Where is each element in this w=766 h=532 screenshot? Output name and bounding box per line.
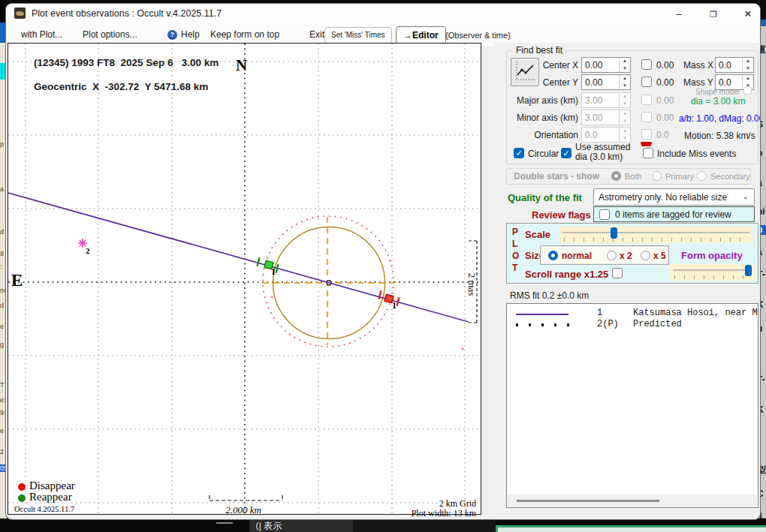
help-icon[interactable]: ? — [167, 30, 177, 40]
size-x2-label: x 2 — [620, 251, 632, 261]
chart-icon — [514, 60, 536, 83]
app-icon — [14, 8, 26, 19]
shape-model-checkbox[interactable] — [743, 86, 752, 95]
scroll-range-checkbox[interactable] — [612, 268, 623, 278]
use-assumed-label: Use assumeddia (3.0 km) — [575, 143, 630, 162]
center-y-checkbox[interactable] — [641, 77, 652, 87]
close-button[interactable]: ✕ — [731, 4, 760, 25]
spin-up-icon: ▲ — [620, 58, 630, 65]
major-axis-checkbox[interactable] — [641, 95, 652, 105]
use-assumed-checkbox[interactable]: ✓ — [561, 148, 571, 158]
minor-axis-checkbox[interactable] — [641, 112, 652, 122]
menu-with-plot[interactable]: with Plot... — [21, 29, 62, 40]
menu-keep-on-top[interactable]: Keep form on top — [210, 29, 279, 40]
chord-2-dots-sample — [516, 323, 570, 326]
scalebar-label: 2.000 km — [202, 504, 285, 516]
mass-x-spinner[interactable]: 0.0▲▼ — [715, 57, 754, 73]
legend-hscrollbar-thumb[interactable] — [517, 500, 659, 502]
size-x5-radio[interactable] — [641, 251, 650, 260]
plot-version-label: Occult 4.2025.11.7 — [14, 505, 74, 513]
plot-letter-o: O — [512, 251, 519, 261]
orientation-spinner[interactable]: 0.0▲▼ — [581, 127, 631, 143]
spin-down-icon: ▼ — [620, 135, 630, 143]
control-panel: Find best fit Center X 0.00▲▼ 0.00 Mass … — [494, 43, 758, 519]
orientation-label: Orientation — [517, 130, 578, 140]
include-miss-label: Include Miss events — [657, 149, 736, 159]
plot-title: (12345) 1993 FT8 2025 Sep 6 3.00 km Geoc… — [11, 45, 219, 105]
double-secondary-radio[interactable] — [697, 171, 707, 181]
double-both-label: Both — [625, 172, 642, 181]
menu-help[interactable]: Help — [181, 29, 200, 40]
scale-label: Scale — [525, 229, 550, 240]
review-flags-checkbox[interactable] — [599, 209, 610, 220]
form-opacity-slider[interactable] — [670, 264, 755, 281]
minor-axis-label: Minor axis (km) — [517, 113, 578, 123]
size-x2-radio[interactable] — [607, 251, 617, 260]
double-primary-radio[interactable] — [652, 171, 662, 181]
size-normal-radio[interactable] — [548, 251, 558, 260]
spin-up-icon: ▲ — [620, 110, 630, 118]
editor-button[interactable]: →Editor — [396, 26, 446, 44]
center-y-check-value: 0.00 — [656, 77, 674, 88]
spin-down-icon: ▼ — [620, 101, 630, 108]
mass-x-label: Mass X — [683, 60, 713, 71]
center-x-spinner[interactable]: 0.00▲▼ — [581, 57, 631, 73]
maximize-button[interactable]: ❐ — [697, 4, 730, 25]
reappear-dot-icon — [18, 494, 26, 502]
major-axis-spinner[interactable]: 3.00▲▼ — [581, 92, 631, 108]
minor-axis-spinner[interactable]: 3.00▲▼ — [581, 110, 631, 125]
spin-up-icon: ▲ — [620, 128, 630, 135]
form-opacity-slider-thumb[interactable] — [745, 265, 752, 276]
minor-axis-check-value: 0.00 — [656, 113, 674, 123]
center-y-spinner[interactable]: 0.00▲▼ — [581, 74, 631, 90]
best-fit-button[interactable] — [511, 58, 539, 86]
center-y-label: Center Y — [542, 77, 578, 88]
double-primary-label: Primary — [665, 172, 694, 181]
set-miss-times-button[interactable]: Set 'Miss' Times — [324, 27, 392, 44]
double-secondary-label: Secondary — [710, 172, 750, 181]
titlebar[interactable]: Plot event observations : Occult v.4.202… — [6, 4, 760, 25]
mas-scale-label: 2 mas — [466, 268, 478, 301]
scroll-range-label: Scroll range x1.25 — [525, 269, 608, 280]
size-radio-group: normal x 2 x 5 — [540, 245, 669, 265]
center-x-checkbox[interactable] — [641, 59, 652, 70]
occultation-plot[interactable]: (12345) 1993 FT8 2025 Sep 6 3.00 km Geoc… — [8, 43, 481, 515]
disappear-dot-icon — [18, 483, 26, 491]
legend-row-1-num: 1 — [597, 308, 602, 318]
center-x-label: Center X — [542, 60, 578, 71]
spin-up-icon: ▲ — [620, 75, 630, 83]
include-miss-checkbox[interactable] — [643, 148, 653, 158]
east-label: E — [11, 271, 23, 290]
occult-plot-window: Plot event observations : Occult v.4.202… — [6, 4, 760, 519]
quality-combobox[interactable]: Astrometry only. No reliable size ⌄ — [593, 188, 755, 206]
chevron-down-icon: ⌄ — [743, 192, 749, 200]
diameter-text: dia = 3.00 km — [691, 96, 745, 107]
background-fragment — [216, 522, 233, 524]
minimize-button[interactable]: – — [662, 4, 695, 25]
chord-1-line-sample — [516, 314, 568, 315]
menu-plot-options[interactable]: Plot options... — [83, 29, 137, 40]
taskbar-item[interactable]: ⟨| 表示 — [249, 520, 353, 532]
review-flags-label: Review flags — [532, 209, 591, 221]
observer-legend-list[interactable]: 1 Katsumasa Hosoi, near M 2(P) Predicted — [506, 303, 758, 508]
background-window-top-edge — [496, 525, 766, 532]
background-fragment — [353, 520, 496, 532]
double-both-radio[interactable] — [611, 171, 621, 181]
legend-row-2-num: 2(P) — [597, 319, 619, 329]
legend-row-2-name: Predicted — [633, 319, 682, 329]
orientation-checkbox[interactable] — [641, 129, 652, 140]
plot-canvas — [8, 44, 481, 514]
spin-down-icon: ▼ — [743, 65, 753, 73]
observer-time-label[interactable]: {Observer & time} — [445, 31, 511, 40]
scale-slider-thumb[interactable] — [611, 227, 617, 239]
scale-slider[interactable] — [559, 227, 752, 243]
circular-checkbox[interactable]: ✓ — [514, 148, 524, 158]
review-flags-text: 0 items are tagged for review — [615, 209, 731, 220]
spin-up-icon: ▲ — [743, 75, 753, 83]
form-opacity-label: Form opacity — [681, 250, 743, 261]
legend-reappear: Reappear — [29, 491, 72, 503]
menu-exit[interactable]: Exit — [309, 29, 324, 40]
shape-model-label: Shape model — [695, 88, 740, 96]
legend-row-1-name: Katsumasa Hosoi, near M — [633, 308, 758, 318]
legend-hscrollbar[interactable] — [508, 494, 757, 506]
